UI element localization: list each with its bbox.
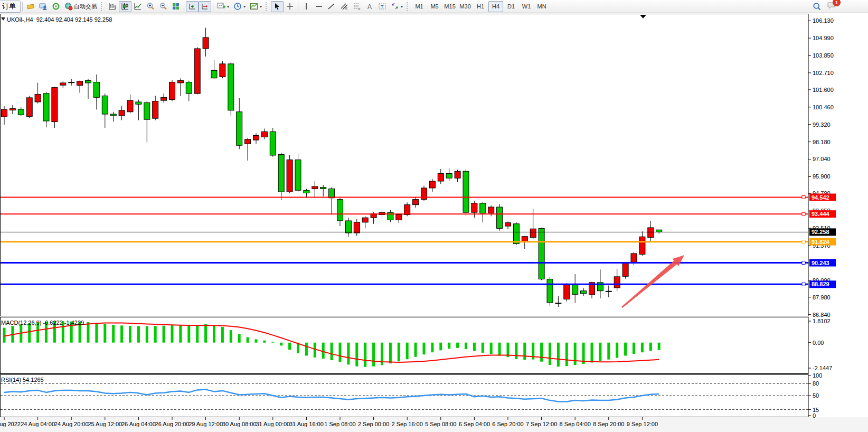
timeframe-m15[interactable]: M15 <box>442 1 457 12</box>
text-icon[interactable]: A <box>363 1 376 12</box>
chart-title: UKOil-,H4 92.404 92.404 92.145 92.258 <box>7 16 112 23</box>
chevron-down-icon: ▾ <box>401 4 403 9</box>
chevron-down-icon: ▾ <box>260 4 262 9</box>
timeframe-h1[interactable]: H1 <box>473 1 488 12</box>
chart-candles-icon[interactable] <box>119 1 131 12</box>
svg-text:9 Sep 12:00: 9 Sep 12:00 <box>627 421 658 427</box>
svg-text:6 Sep 04:00: 6 Sep 04:00 <box>459 421 490 427</box>
svg-text:23 Aug 2022: 23 Aug 2022 <box>0 421 21 427</box>
macd-indicator-label: MACD(12,26,9) -0.6222 -1.4229 <box>1 320 84 326</box>
one-click-trading-marker[interactable] <box>1 17 5 21</box>
price-badge: 88.829 <box>812 281 829 287</box>
chart-window[interactable]: 106.130104.990103.850102.710101.600100.4… <box>0 13 868 432</box>
svg-text:100: 100 <box>813 372 822 379</box>
autotrade-button[interactable]: 自动交易 <box>62 1 99 12</box>
rsi-value: 54.1265 <box>23 377 44 383</box>
price-badge: 93.444 <box>812 211 830 217</box>
svg-text:99.320: 99.320 <box>813 121 831 128</box>
crosshair-icon[interactable] <box>284 1 296 12</box>
price-badge: 92.258 <box>812 229 829 235</box>
chart-shift-icon[interactable] <box>199 1 211 12</box>
timeframe-d1[interactable]: D1 <box>504 1 518 12</box>
svg-text:101.600: 101.600 <box>813 87 834 93</box>
navigator-icon[interactable] <box>50 1 62 12</box>
ohlc-values: 92.404 92.404 92.145 92.258 <box>36 16 112 23</box>
macd-signal-value: -1.4229 <box>64 320 84 326</box>
svg-text:86.840: 86.840 <box>813 312 831 318</box>
svg-text:50: 50 <box>813 392 819 399</box>
svg-text:T: T <box>381 4 384 10</box>
template-button[interactable]: ▾ <box>248 1 264 12</box>
price-badge: 94.542 <box>812 194 829 201</box>
toolbar-grip <box>407 2 409 11</box>
svg-text:87.980: 87.980 <box>813 294 831 300</box>
cursor-icon[interactable] <box>271 1 284 12</box>
svg-text:F: F <box>358 7 361 11</box>
svg-text:97.040: 97.040 <box>813 156 831 162</box>
toolbar-separator <box>298 2 298 11</box>
main-pane[interactable] <box>1 14 809 316</box>
svg-text:24 Aug 04:00: 24 Aug 04:00 <box>21 421 55 427</box>
auto-scroll-icon[interactable] <box>186 1 199 12</box>
price-badge: 90.243 <box>812 260 829 266</box>
svg-text:80: 80 <box>813 380 819 387</box>
svg-text:30 Aug 08:00: 30 Aug 08:00 <box>222 421 257 427</box>
svg-text:5 Sep 08:00: 5 Sep 08:00 <box>425 421 456 427</box>
channel-icon[interactable]: E <box>338 1 351 12</box>
profile-icon[interactable] <box>24 1 37 12</box>
fibonacci-icon[interactable]: F <box>351 1 363 12</box>
notifications-button[interactable]: 1 <box>827 1 836 12</box>
rsi-axis: 1008050150 <box>808 372 822 419</box>
template-icon <box>250 2 258 11</box>
arrows-button[interactable]: ▾ <box>389 1 405 12</box>
svg-text:29 Aug 12:00: 29 Aug 12:00 <box>188 421 223 427</box>
timeframe-w1[interactable]: W1 <box>519 1 534 12</box>
svg-text:1 Sep 08:00: 1 Sep 08:00 <box>324 421 355 427</box>
svg-text:0: 0 <box>813 412 816 419</box>
text-label-icon[interactable]: T <box>376 1 389 12</box>
svg-text:25 Aug 12:00: 25 Aug 12:00 <box>88 421 122 427</box>
svg-text:E: E <box>345 7 347 10</box>
chart-canvas[interactable]: 106.130104.990103.850102.710101.600100.4… <box>0 13 868 432</box>
vertical-line-icon[interactable] <box>300 1 313 12</box>
price-axis[interactable]: 106.130104.990103.850102.710101.600100.4… <box>808 17 834 317</box>
zoom-in-icon[interactable] <box>144 1 157 12</box>
svg-text:0.00: 0.00 <box>813 340 824 346</box>
tile-windows-icon[interactable] <box>169 1 182 12</box>
svg-text:8 Sep 04:00: 8 Sep 04:00 <box>560 421 591 427</box>
svg-text:8 Sep 20:00: 8 Sep 20:00 <box>593 421 624 427</box>
period-clock-button[interactable]: ▾ <box>231 1 248 12</box>
timeframe-mn[interactable]: MN <box>534 1 549 12</box>
new-chart-icon <box>217 2 225 11</box>
horizontal-line-icon[interactable] <box>313 1 325 12</box>
clock-icon <box>233 2 242 11</box>
market-watch-icon[interactable] <box>37 1 50 12</box>
svg-text:7 Sep 12:00: 7 Sep 12:00 <box>526 421 557 427</box>
timeframe-m30[interactable]: M30 <box>458 1 473 12</box>
svg-text:104.990: 104.990 <box>813 35 834 41</box>
chart-bars-icon[interactable] <box>106 1 119 12</box>
zoom-out-icon[interactable] <box>157 1 169 12</box>
chart-line-icon[interactable] <box>131 1 144 12</box>
chevron-down-icon: ▾ <box>243 4 246 9</box>
macd-value: -0.6222 <box>43 320 62 326</box>
toolbar-separator <box>22 2 23 11</box>
new-chart-button[interactable]: ▾ <box>215 1 231 12</box>
svg-text:98.180: 98.180 <box>813 139 831 145</box>
chevron-down-icon: ▾ <box>227 4 229 9</box>
new-order-button[interactable]: 订单 <box>0 1 21 13</box>
trendline-icon[interactable] <box>325 1 338 12</box>
price-badge: 91.624 <box>812 239 830 245</box>
svg-text:26 Aug 20:00: 26 Aug 20:00 <box>155 421 190 427</box>
timeframe-m5[interactable]: M5 <box>427 1 442 12</box>
svg-text:2 Sep 00:00: 2 Sep 00:00 <box>358 421 389 427</box>
timeframe-m1[interactable]: M1 <box>412 1 427 12</box>
search-icon[interactable] <box>813 2 822 11</box>
rsi-indicator-label: RSI(14) 54.1265 <box>1 377 44 383</box>
symbol-label: UKOil-,H4 <box>7 16 33 23</box>
timeframe-h4[interactable]: H4 <box>488 1 503 12</box>
macd-axis: 1.81020.00-2.1447 <box>808 318 832 371</box>
toolbar-grip <box>101 2 103 11</box>
svg-text:103.850: 103.850 <box>813 52 834 59</box>
svg-text:15: 15 <box>813 407 819 413</box>
